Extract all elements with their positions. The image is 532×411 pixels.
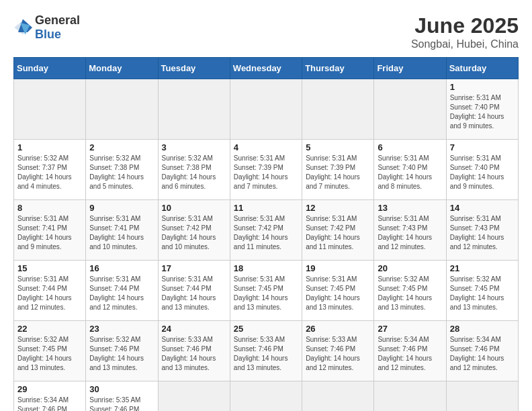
cell-content: Sunrise: 5:31 AMSunset: 7:42 PMDaylight:… xyxy=(162,214,226,252)
calendar-cell: 30Sunrise: 5:35 AMSunset: 7:46 PMDayligh… xyxy=(86,381,158,412)
calendar-cell xyxy=(302,79,374,140)
day-number: 14 xyxy=(450,203,515,213)
header-friday: Friday xyxy=(374,58,446,79)
calendar-cell: 13Sunrise: 5:31 AMSunset: 7:43 PMDayligh… xyxy=(374,200,446,261)
cell-content: Sunrise: 5:32 AMSunset: 7:38 PMDaylight:… xyxy=(162,154,226,191)
day-number: 1 xyxy=(17,142,82,152)
day-number: 28 xyxy=(450,324,515,334)
cell-content: Sunrise: 5:31 AMSunset: 7:44 PMDaylight:… xyxy=(162,275,226,312)
calendar-week-4: 15Sunrise: 5:31 AMSunset: 7:44 PMDayligh… xyxy=(14,261,519,321)
cell-content: Sunrise: 5:32 AMSunset: 7:38 PMDaylight:… xyxy=(89,154,154,191)
day-number: 24 xyxy=(162,324,226,334)
title-area: June 2025 Songbai, Hubei, China xyxy=(411,13,519,50)
cell-content: Sunrise: 5:31 AMSunset: 7:40 PMDaylight:… xyxy=(378,154,442,191)
calendar-cell xyxy=(446,381,518,412)
calendar-cell: 12Sunrise: 5:31 AMSunset: 7:42 PMDayligh… xyxy=(302,200,374,261)
calendar-week-2: 1Sunrise: 5:32 AMSunset: 7:37 PMDaylight… xyxy=(14,140,519,200)
cell-content: Sunrise: 5:31 AMSunset: 7:40 PMDaylight:… xyxy=(450,93,515,131)
cell-content: Sunrise: 5:33 AMSunset: 7:46 PMDaylight:… xyxy=(306,335,370,373)
cell-content: Sunrise: 5:34 AMSunset: 7:46 PMDaylight:… xyxy=(450,335,515,373)
day-number: 2 xyxy=(89,142,154,152)
cell-content: Sunrise: 5:32 AMSunset: 7:45 PMDaylight:… xyxy=(378,275,442,312)
calendar-cell xyxy=(158,79,230,140)
calendar-cell: 1Sunrise: 5:31 AMSunset: 7:40 PMDaylight… xyxy=(446,79,518,140)
calendar-cell: 6Sunrise: 5:31 AMSunset: 7:40 PMDaylight… xyxy=(374,140,446,200)
days-header-row: SundayMondayTuesdayWednesdayThursdayFrid… xyxy=(14,58,519,79)
cell-content: Sunrise: 5:31 AMSunset: 7:45 PMDaylight:… xyxy=(306,275,370,312)
cell-content: Sunrise: 5:31 AMSunset: 7:42 PMDaylight:… xyxy=(306,214,370,252)
day-number: 11 xyxy=(234,203,298,213)
calendar-cell: 24Sunrise: 5:33 AMSunset: 7:46 PMDayligh… xyxy=(158,321,230,381)
day-number: 23 xyxy=(89,324,154,334)
month-title: June 2025 xyxy=(411,13,519,38)
calendar-cell xyxy=(374,79,446,140)
calendar-cell: 7Sunrise: 5:31 AMSunset: 7:40 PMDaylight… xyxy=(446,140,518,200)
cell-content: Sunrise: 5:31 AMSunset: 7:40 PMDaylight:… xyxy=(450,154,515,191)
day-number: 26 xyxy=(306,324,370,334)
day-number: 10 xyxy=(162,203,226,213)
logo-general: General xyxy=(35,13,80,27)
cell-content: Sunrise: 5:31 AMSunset: 7:41 PMDaylight:… xyxy=(17,214,82,252)
calendar-cell: 20Sunrise: 5:32 AMSunset: 7:45 PMDayligh… xyxy=(374,261,446,321)
calendar-cell: 17Sunrise: 5:31 AMSunset: 7:44 PMDayligh… xyxy=(158,261,230,321)
calendar-cell: 29Sunrise: 5:34 AMSunset: 7:46 PMDayligh… xyxy=(14,381,86,412)
day-number: 3 xyxy=(162,142,226,152)
day-number: 27 xyxy=(378,324,442,334)
day-number: 30 xyxy=(89,384,154,394)
cell-content: Sunrise: 5:31 AMSunset: 7:43 PMDaylight:… xyxy=(378,214,442,252)
logo-text: General Blue xyxy=(35,13,80,42)
logo-blue: Blue xyxy=(35,28,61,41)
calendar-cell xyxy=(302,381,374,412)
day-number: 8 xyxy=(17,203,82,213)
cell-content: Sunrise: 5:34 AMSunset: 7:46 PMDaylight:… xyxy=(17,396,82,411)
cell-content: Sunrise: 5:32 AMSunset: 7:45 PMDaylight:… xyxy=(450,275,515,312)
calendar-cell xyxy=(230,79,302,140)
calendar-cell: 4Sunrise: 5:31 AMSunset: 7:39 PMDaylight… xyxy=(230,140,302,200)
calendar-cell: 1Sunrise: 5:32 AMSunset: 7:37 PMDaylight… xyxy=(14,140,86,200)
calendar-week-1: 1Sunrise: 5:31 AMSunset: 7:40 PMDaylight… xyxy=(14,79,519,140)
calendar-cell: 9Sunrise: 5:31 AMSunset: 7:41 PMDaylight… xyxy=(86,200,158,261)
calendar-cell: 2Sunrise: 5:32 AMSunset: 7:38 PMDaylight… xyxy=(86,140,158,200)
header-wednesday: Wednesday xyxy=(230,58,302,79)
calendar-table: SundayMondayTuesdayWednesdayThursdayFrid… xyxy=(13,57,519,411)
day-number: 5 xyxy=(306,142,370,152)
cell-content: Sunrise: 5:31 AMSunset: 7:43 PMDaylight:… xyxy=(450,214,515,252)
location-title: Songbai, Hubei, China xyxy=(411,38,519,50)
cell-content: Sunrise: 5:31 AMSunset: 7:39 PMDaylight:… xyxy=(306,154,370,191)
calendar-cell: 10Sunrise: 5:31 AMSunset: 7:42 PMDayligh… xyxy=(158,200,230,261)
cell-content: Sunrise: 5:31 AMSunset: 7:44 PMDaylight:… xyxy=(89,275,154,312)
day-number: 1 xyxy=(450,82,515,92)
day-number: 7 xyxy=(450,142,515,152)
header-saturday: Saturday xyxy=(446,58,518,79)
header-tuesday: Tuesday xyxy=(158,58,230,79)
day-number: 9 xyxy=(89,203,154,213)
day-number: 20 xyxy=(378,263,442,273)
day-number: 21 xyxy=(450,263,515,273)
cell-content: Sunrise: 5:32 AMSunset: 7:46 PMDaylight:… xyxy=(89,335,154,373)
cell-content: Sunrise: 5:34 AMSunset: 7:46 PMDaylight:… xyxy=(378,335,442,373)
logo: General Blue xyxy=(13,13,80,42)
day-number: 16 xyxy=(89,263,154,273)
day-number: 19 xyxy=(306,263,370,273)
calendar-cell: 3Sunrise: 5:32 AMSunset: 7:38 PMDaylight… xyxy=(158,140,230,200)
calendar-cell: 15Sunrise: 5:31 AMSunset: 7:44 PMDayligh… xyxy=(14,261,86,321)
cell-content: Sunrise: 5:32 AMSunset: 7:45 PMDaylight:… xyxy=(17,335,82,373)
calendar-cell: 27Sunrise: 5:34 AMSunset: 7:46 PMDayligh… xyxy=(374,321,446,381)
cell-content: Sunrise: 5:31 AMSunset: 7:39 PMDaylight:… xyxy=(234,154,298,191)
calendar-cell xyxy=(158,381,230,412)
cell-content: Sunrise: 5:31 AMSunset: 7:44 PMDaylight:… xyxy=(17,275,82,312)
logo-icon xyxy=(13,18,32,37)
day-number: 15 xyxy=(17,263,82,273)
calendar-cell: 16Sunrise: 5:31 AMSunset: 7:44 PMDayligh… xyxy=(86,261,158,321)
day-number: 29 xyxy=(17,384,82,394)
cell-content: Sunrise: 5:31 AMSunset: 7:41 PMDaylight:… xyxy=(89,214,154,252)
cell-content: Sunrise: 5:31 AMSunset: 7:45 PMDaylight:… xyxy=(234,275,298,312)
cell-content: Sunrise: 5:31 AMSunset: 7:42 PMDaylight:… xyxy=(234,214,298,252)
cell-content: Sunrise: 5:35 AMSunset: 7:46 PMDaylight:… xyxy=(89,396,154,411)
calendar-cell: 26Sunrise: 5:33 AMSunset: 7:46 PMDayligh… xyxy=(302,321,374,381)
calendar-cell xyxy=(14,79,86,140)
header-monday: Monday xyxy=(86,58,158,79)
calendar-cell: 5Sunrise: 5:31 AMSunset: 7:39 PMDaylight… xyxy=(302,140,374,200)
day-number: 4 xyxy=(234,142,298,152)
header-sunday: Sunday xyxy=(14,58,86,79)
